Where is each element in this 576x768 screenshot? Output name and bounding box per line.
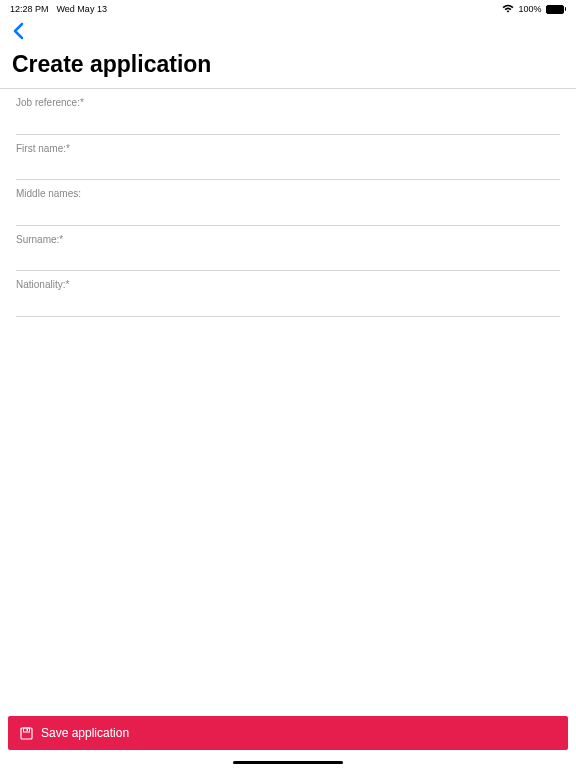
field-label: Surname:* bbox=[16, 234, 560, 245]
form-field-nationality: Nationality:* bbox=[0, 271, 576, 317]
surname-input[interactable] bbox=[16, 247, 560, 271]
status-date: Wed May 13 bbox=[57, 4, 107, 14]
status-right: 100% bbox=[502, 4, 566, 15]
field-label: Nationality:* bbox=[16, 279, 560, 290]
save-icon bbox=[20, 727, 33, 740]
nationality-input[interactable] bbox=[16, 293, 560, 317]
battery-icon bbox=[546, 5, 567, 14]
field-label: Middle names: bbox=[16, 188, 560, 199]
status-time: 12:28 PM bbox=[10, 4, 49, 14]
field-label: First name:* bbox=[16, 143, 560, 154]
wifi-icon bbox=[502, 4, 514, 15]
save-button-label: Save application bbox=[41, 726, 129, 740]
status-left: 12:28 PM Wed May 13 bbox=[10, 4, 107, 14]
nav-bar bbox=[0, 16, 576, 47]
job-reference-input[interactable] bbox=[16, 111, 560, 135]
page-title: Create application bbox=[0, 47, 576, 88]
form-field-job-reference: Job reference:* bbox=[0, 89, 576, 135]
status-bar: 12:28 PM Wed May 13 100% bbox=[0, 0, 576, 16]
form-field-first-name: First name:* bbox=[0, 135, 576, 181]
back-button[interactable] bbox=[12, 22, 32, 45]
field-label: Job reference:* bbox=[16, 97, 560, 108]
form-field-middle-names: Middle names: bbox=[0, 180, 576, 226]
svg-rect-2 bbox=[27, 729, 29, 731]
middle-names-input[interactable] bbox=[16, 202, 560, 226]
first-name-input[interactable] bbox=[16, 156, 560, 180]
form-container: Job reference:* First name:* Middle name… bbox=[0, 88, 576, 317]
home-indicator[interactable] bbox=[233, 761, 343, 765]
battery-percent: 100% bbox=[518, 4, 541, 14]
save-application-button[interactable]: Save application bbox=[8, 716, 568, 750]
form-field-surname: Surname:* bbox=[0, 226, 576, 272]
